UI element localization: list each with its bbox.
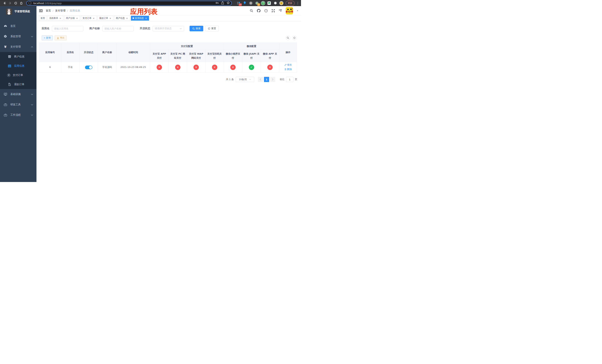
page-size-select[interactable]: 10条/页 xyxy=(236,77,254,82)
sidebar-item-workflow[interactable]: 工作流程 xyxy=(0,110,36,120)
sidebar-item-label: 支付订单 xyxy=(13,74,23,77)
address-bar[interactable]: i localhost:1024/pay/app xyxy=(26,1,232,6)
tag-refund-orders[interactable]: 退款订单× xyxy=(97,16,113,21)
site-info-icon[interactable]: i xyxy=(28,1,32,5)
font-size-icon[interactable]: ᵀT xyxy=(279,9,282,12)
reload-icon[interactable] xyxy=(13,1,19,6)
col-merchant: 商户名称 xyxy=(98,43,117,62)
tag-home[interactable]: 首页 xyxy=(39,16,47,21)
toggle-search-button[interactable] xyxy=(286,36,290,40)
chrome-update-button[interactable]: 更新 xyxy=(286,1,294,6)
sidebar-item-dev-tools[interactable]: 研发工具 xyxy=(0,99,36,110)
sidebar-collapse-icon[interactable] xyxy=(39,9,43,12)
sidebar: 芋道管理系统 首页 系统管理 ¥ 支付管理 xyxy=(0,6,36,182)
sidebar-item-merchant-info[interactable]: 商户信息 xyxy=(0,52,36,61)
export-button[interactable]: 导出 xyxy=(55,35,67,40)
chevron-up-icon xyxy=(31,46,33,48)
cell-merchant: 芋道源码 xyxy=(98,62,117,73)
search-icon xyxy=(192,27,195,30)
pinned-extension-icon[interactable]: 10 xyxy=(236,1,241,5)
reset-button[interactable]: 重置 xyxy=(205,26,219,31)
status-icon: × xyxy=(267,65,273,70)
sidebar-item-payment[interactable]: ¥ 支付管理 xyxy=(0,42,36,52)
forward-icon[interactable] xyxy=(7,1,13,6)
y-extension-icon[interactable]: Y xyxy=(261,1,265,5)
dashboard-icon xyxy=(3,25,8,28)
breadcrumb-home[interactable]: 首页 xyxy=(46,9,51,12)
refresh-table-button[interactable] xyxy=(292,36,297,40)
user-avatar[interactable] xyxy=(286,7,293,14)
merchant-name-label: 商户名称 xyxy=(89,27,100,30)
status-select[interactable]: 请选择开启状态 xyxy=(152,26,184,31)
sidebar-item-system[interactable]: 系统管理 xyxy=(0,31,36,42)
add-button[interactable]: + 新增 xyxy=(42,35,53,40)
monitor-chart-icon xyxy=(3,93,8,96)
chevron-right-icon xyxy=(272,78,273,81)
avatar-caret-icon[interactable]: ▾ xyxy=(297,10,298,12)
wechat-jsapi-status: ✓ xyxy=(242,62,261,73)
search-icon[interactable] xyxy=(250,9,253,12)
close-icon[interactable]: × xyxy=(109,17,112,20)
tag-process-form[interactable]: 流程表单× xyxy=(48,16,63,21)
close-icon[interactable]: × xyxy=(92,17,95,20)
command-extension-icon[interactable]: ⌘ xyxy=(249,1,253,5)
chrome-menu-icon[interactable]: ⋮ xyxy=(296,1,299,5)
close-icon[interactable]: × xyxy=(76,17,78,20)
breadcrumb-current: 应用信息 xyxy=(70,9,80,12)
goto-suffix: 页 xyxy=(295,78,297,81)
fullscreen-icon[interactable] xyxy=(272,9,275,12)
tag-app-info[interactable]: 应用信息× xyxy=(131,16,149,21)
help-icon[interactable]: ? xyxy=(264,9,268,12)
col-alipay-qr: 支付宝扫码支付 xyxy=(205,50,224,62)
sidebar-item-app-info[interactable]: 应用信息 xyxy=(0,61,36,71)
chat-extension-icon[interactable] xyxy=(267,1,271,5)
password-key-icon[interactable] xyxy=(215,1,219,5)
page-1-button[interactable]: 1 xyxy=(264,77,269,82)
close-icon[interactable]: × xyxy=(126,17,128,20)
page-content: 应用名 商户名称 开启状态 请选择开启状态 搜索 重置 xyxy=(36,21,301,182)
profile-avatar-icon[interactable] xyxy=(279,1,283,5)
col-created-at: 创建时间 xyxy=(117,43,150,62)
bookmark-star-icon[interactable] xyxy=(226,1,230,5)
total-count: 共 1 条 xyxy=(226,78,234,81)
back-icon[interactable] xyxy=(2,1,7,6)
app-logo[interactable]: 芋道管理系统 xyxy=(0,6,36,17)
tag-merchant-info[interactable]: 商户信息× xyxy=(114,16,130,21)
breadcrumb-payment[interactable]: 支付管理 xyxy=(55,9,65,12)
tag-user-group[interactable]: 用户分组× xyxy=(64,16,80,21)
col-wechat-mini: 微信小程序支付 xyxy=(224,50,242,62)
edit-link[interactable]: 修改 xyxy=(284,63,292,67)
puzzle-extensions-icon[interactable] xyxy=(273,1,277,5)
navbar: 首页 / 支付管理 / 应用信息 ? ᵀT ▾ xyxy=(36,6,301,15)
github-icon[interactable] xyxy=(257,9,260,12)
alipay-app-status: × xyxy=(150,62,169,73)
sidebar-item-infra[interactable]: 基础设施 xyxy=(0,89,36,99)
col-actions: 操作 xyxy=(279,43,297,62)
sidebar-item-label: 商户信息 xyxy=(14,55,24,58)
sidebar-item-pay-orders[interactable]: ¥ 支付订单 xyxy=(0,71,36,80)
search-button[interactable]: 搜索 xyxy=(190,26,203,31)
share-icon[interactable] xyxy=(221,1,224,5)
sidebar-item-home[interactable]: 首页 xyxy=(0,21,36,31)
svg-text:⌘: ⌘ xyxy=(250,2,252,4)
recorder-extension-icon[interactable]: 1 xyxy=(255,1,259,5)
storefront-icon xyxy=(7,55,12,58)
home-icon[interactable] xyxy=(19,1,24,6)
sidebar-item-label: 系统管理 xyxy=(10,35,21,38)
status-label: 开启状态 xyxy=(140,27,150,30)
balloon-extension-icon[interactable] xyxy=(243,1,247,5)
app-name-input[interactable] xyxy=(52,26,83,31)
tag-pay-orders[interactable]: 支付订单× xyxy=(81,16,97,21)
goto-page-input[interactable] xyxy=(286,77,293,82)
yen-icon: ¥ xyxy=(3,45,8,49)
close-icon[interactable]: × xyxy=(145,17,147,20)
next-page-button[interactable] xyxy=(270,77,275,82)
app-title: 芋道管理系统 xyxy=(14,10,30,13)
delete-link[interactable]: 删除 xyxy=(284,67,292,71)
sidebar-item-refund-orders[interactable]: 退款订单 xyxy=(0,80,36,89)
merchant-name-input[interactable] xyxy=(102,26,134,31)
close-icon[interactable]: × xyxy=(59,17,62,20)
enabled-switch[interactable] xyxy=(85,65,92,69)
prev-page-button[interactable] xyxy=(258,77,263,82)
col-app-name: 应用名 xyxy=(61,43,80,62)
